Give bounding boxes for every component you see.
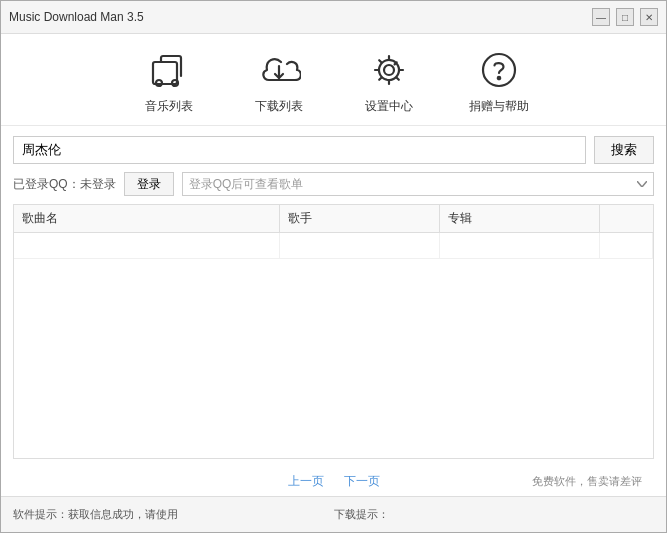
toolbar-settings-label: 设置中心 (365, 98, 413, 115)
table-header: 歌曲名 歌手 专辑 (14, 205, 653, 233)
next-page-button[interactable]: 下一页 (344, 473, 380, 490)
search-input[interactable] (13, 136, 586, 164)
status-right: 下载提示： (334, 507, 655, 522)
toolbar-download-list[interactable]: 下载列表 (249, 46, 309, 115)
pagination-row: 上一页 下一页 免费软件，售卖请差评 (13, 467, 654, 496)
svg-point-4 (384, 65, 394, 75)
toolbar-download-list-label: 下载列表 (255, 98, 303, 115)
toolbar-donate-label: 捐赠与帮助 (469, 98, 529, 115)
prev-page-button[interactable]: 上一页 (288, 473, 324, 490)
login-status: 已登录QQ：未登录 (13, 176, 116, 193)
main-content: 搜索 已登录QQ：未登录 登录 登录QQ后可查看歌单 歌曲名 歌手 专辑 (1, 126, 666, 496)
minimize-button[interactable]: — (592, 8, 610, 26)
table-row (14, 233, 653, 259)
col-extra (600, 205, 653, 232)
music-icon (145, 46, 193, 94)
col-artist: 歌手 (280, 205, 440, 232)
song-table: 歌曲名 歌手 专辑 (13, 204, 654, 459)
col-album: 专辑 (440, 205, 600, 232)
status-left: 软件提示：获取信息成功，请使用 (13, 507, 334, 522)
settings-icon (365, 46, 413, 94)
status-bar: 软件提示：获取信息成功，请使用 下载提示： (1, 496, 666, 532)
login-button[interactable]: 登录 (124, 172, 174, 196)
close-button[interactable]: ✕ (640, 8, 658, 26)
toolbar: 音乐列表 下载列表 设置中心 (1, 34, 666, 126)
col-song-name: 歌曲名 (14, 205, 280, 232)
search-button[interactable]: 搜索 (594, 136, 654, 164)
search-row: 搜索 (13, 136, 654, 164)
toolbar-music-list[interactable]: 音乐列表 (139, 46, 199, 115)
free-software-text: 免费软件，售卖请差评 (532, 474, 642, 489)
window-title: Music Download Man 3.5 (9, 10, 144, 24)
svg-point-6 (483, 54, 515, 86)
toolbar-music-list-label: 音乐列表 (145, 98, 193, 115)
svg-point-7 (497, 77, 499, 79)
toolbar-settings[interactable]: 设置中心 (359, 46, 419, 115)
maximize-button[interactable]: □ (616, 8, 634, 26)
toolbar-donate[interactable]: 捐赠与帮助 (469, 46, 529, 115)
svg-point-5 (379, 60, 399, 80)
playlist-select[interactable]: 登录QQ后可查看歌单 (182, 172, 654, 196)
download-icon (255, 46, 303, 94)
title-bar: Music Download Man 3.5 — □ ✕ (1, 1, 666, 34)
help-icon (475, 46, 523, 94)
window-controls: — □ ✕ (592, 8, 658, 26)
table-body (14, 233, 653, 458)
login-row: 已登录QQ：未登录 登录 登录QQ后可查看歌单 (13, 172, 654, 196)
